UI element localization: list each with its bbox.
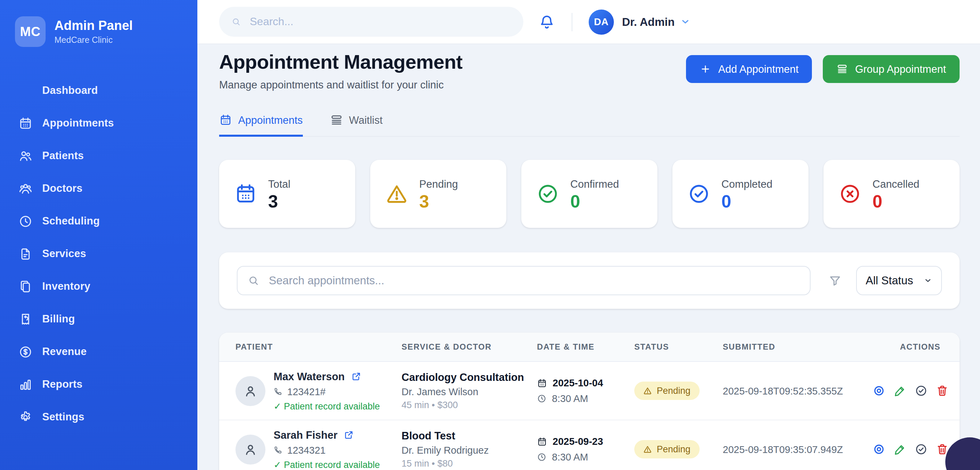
view-button[interactable] [872,443,885,456]
user-menu[interactable]: DA Dr. Admin [589,9,691,34]
brand-logo: MC [15,16,46,47]
sidebar-item-settings[interactable]: Settings [15,401,182,433]
stat-label: Cancelled [872,178,920,191]
doctor-name: Dr. James Wilson [401,387,537,398]
sidebar-item-label: Settings [42,411,84,423]
sidebar-item-inventory[interactable]: Inventory [15,270,182,303]
appointments-search[interactable] [237,266,811,295]
check-circle-icon [536,183,559,206]
global-search-input[interactable] [248,15,511,29]
duration-price: 45 min • $300 [401,400,537,410]
sidebar-item-patients[interactable]: Patients [15,140,182,172]
person-icon [243,442,258,457]
queue-list-icon [837,63,848,75]
sidebar-item-label: Billing [42,313,75,325]
page-subtitle: Manage appointments and waitlist for you… [219,79,463,92]
calendar-icon [537,378,547,388]
view-button[interactable] [872,385,885,398]
table-body: Max Waterson123421#✓ Patient record avai… [219,362,959,470]
clock-icon [537,453,546,462]
sidebar-item-appointments[interactable]: Appointments [15,107,182,140]
bar-chart-icon [18,377,33,391]
stat-card-pending: Pending3 [370,160,506,228]
brand: MC Admin Panel MedCare Clinic [15,16,182,47]
patient-avatar [235,435,266,465]
stat-label: Confirmed [570,178,619,191]
sidebar-item-label: Appointments [42,117,114,129]
tab-waitlist[interactable]: Waitlist [330,114,383,137]
patient-name: Sarah Fisher [274,429,337,441]
sidebar-item-label: Revenue [42,346,87,358]
appointment-date: 2025-09-23 [553,436,603,447]
sidebar-item-dashboard[interactable]: Dashboard [15,74,182,107]
confirm-button[interactable] [915,385,928,398]
plus-icon [700,63,711,75]
search-icon [231,17,241,27]
patient-record-note: ✓ Patient record available [274,459,380,470]
queue-list-icon [330,114,343,127]
sidebar-item-label: Scheduling [42,215,100,227]
appointment-time: 8:30 AM [552,394,588,404]
status-badge: Pending [634,440,699,459]
delete-button[interactable] [936,385,949,398]
sidebar-item-doctors[interactable]: Doctors [15,172,182,205]
confirm-button[interactable] [915,443,928,456]
stat-value: 3 [268,192,291,210]
add-appointment-button[interactable]: Add Appointment [686,55,812,83]
sidebar-item-label: Patients [42,150,84,162]
column-header-service-doctor: Service & Doctor [401,343,537,352]
table-row: Max Waterson123421#✓ Patient record avai… [219,362,959,421]
app-title: Admin Panel [54,18,133,33]
appointment-time: 8:30 AM [552,452,588,463]
avatar[interactable]: DA [589,9,614,34]
filter-funnel-icon [828,274,842,288]
main-area: DA Dr. Admin Appointment Management Mana… [197,0,980,470]
warning-triangle-icon [385,183,408,206]
dollar-circle-icon [18,345,33,359]
sidebar-item-reports[interactable]: Reports [15,368,182,401]
patient-avatar [235,376,266,406]
users-group-icon [18,181,33,195]
topbar-divider [572,13,572,31]
page-header: Appointment Management Manage appointmen… [219,50,959,92]
patient-record-note: ✓ Patient record available [274,401,380,411]
appointment-date: 2025-10-04 [553,378,603,389]
stat-value: 0 [872,192,920,210]
sidebar: MC Admin Panel MedCare Clinic DashboardA… [0,0,197,470]
service-name: Blood Test [401,430,537,443]
tab-appointments[interactable]: Appointments [219,114,303,137]
warning-triangle-icon [643,445,652,454]
doctor-name: Dr. Emily Rodriguez [401,445,537,456]
sidebar-item-services[interactable]: Services [15,237,182,270]
global-search[interactable] [219,7,523,37]
table-row: Sarah Fisher1234321✓ Patient record avai… [219,421,959,470]
add-appointment-label: Add Appointment [718,63,799,75]
status-filter-select[interactable]: All Status [856,266,942,295]
clock-icon [537,394,546,404]
group-appointment-label: Group Appointment [855,63,946,75]
x-circle-icon [838,183,862,206]
column-header-actions: Actions [872,343,940,352]
topbar: DA Dr. Admin [197,0,980,44]
sidebar-item-revenue[interactable]: Revenue [15,335,182,368]
search-icon [248,275,259,287]
submitted-timestamp: 2025-09-18T09:35:07.949Z [723,444,872,455]
appointments-search-input[interactable] [267,274,800,288]
external-link-icon[interactable] [344,430,354,440]
patient-phone: 1234321 [287,445,326,456]
column-header-date-time: Date & Time [537,343,634,352]
service-name: Cardiology Consultation [401,372,537,384]
tab-appointments-label: Appointments [238,114,303,127]
bell-icon[interactable] [538,13,555,30]
stat-label: Completed [721,178,772,191]
phone-icon [274,387,282,396]
edit-button[interactable] [894,385,907,398]
sidebar-item-scheduling[interactable]: Scheduling [15,205,182,237]
group-appointment-button[interactable]: Group Appointment [823,55,959,83]
edit-button[interactable] [894,443,907,456]
column-header-submitted: Submitted [723,343,872,352]
calendar-icon [18,116,33,130]
table-header: PatientService & DoctorDate & TimeStatus… [219,333,959,362]
sidebar-item-billing[interactable]: Billing [15,303,182,335]
external-link-icon[interactable] [351,372,361,382]
